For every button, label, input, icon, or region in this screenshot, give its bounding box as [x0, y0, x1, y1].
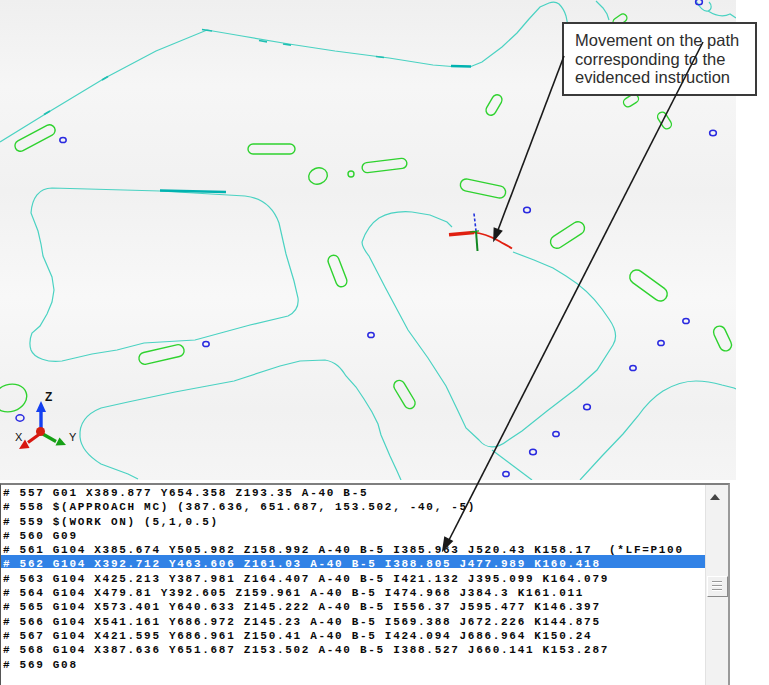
svg-text:Z: Z [45, 390, 52, 404]
svg-text:X: X [15, 431, 23, 443]
svg-text:Y: Y [69, 431, 77, 443]
